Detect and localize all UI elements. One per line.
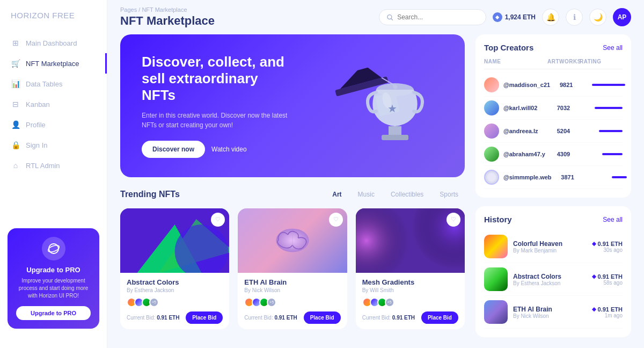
trending-header: Trending NFTs Art Music Collectibles Spo… — [120, 188, 465, 201]
history-image — [484, 267, 508, 291]
nft-avatar-more: +5 — [149, 298, 159, 307]
creator-avatar — [484, 147, 499, 162]
hero-text: Discover, collect, and sell extraordinar… — [142, 54, 293, 158]
creators-see-all[interactable]: See all — [603, 44, 623, 52]
trophy-icon: ★ — [357, 74, 433, 160]
nav-icon: ⊞ — [11, 38, 20, 48]
nft-info-3: Mesh Gradients By Will Smith +5 Current — [356, 273, 465, 329]
creator-avatar — [484, 77, 499, 92]
svg-line-3 — [391, 18, 393, 20]
favorite-button-2[interactable]: ♡ — [329, 213, 343, 227]
history-header: History See all — [484, 215, 623, 224]
sidebar-item-sign-in[interactable]: 🔒Sign In — [0, 135, 107, 155]
history-eth: ◆ 0.91 ETH — [592, 241, 623, 247]
upgrade-button[interactable]: Upgrade to PRO — [16, 306, 91, 320]
history-title: History — [484, 215, 512, 224]
nft-bid-2: Current Bid: 0.91 ETH — [244, 315, 297, 321]
rating-bar — [595, 107, 623, 109]
creator-rating — [580, 153, 623, 155]
creator-row: @abraham47.y 4309 — [484, 143, 623, 166]
tab-music[interactable]: Music — [352, 188, 381, 201]
tab-art[interactable]: Art — [326, 188, 348, 201]
place-bid-button-1[interactable]: Place Bid — [186, 311, 223, 324]
history-item: Colorful Heaven By Mark Benjamin ◆ 0.91 … — [484, 230, 623, 263]
history-see-all[interactable]: See all — [603, 216, 623, 223]
creator-artworks: 3871 — [552, 174, 584, 180]
creator-info: @simmmple.web — [484, 170, 552, 185]
nft-info-1: Abstract Colors By Esthera Jackson +5 C — [120, 273, 229, 329]
info-icon[interactable]: ℹ — [566, 9, 583, 26]
nft-name-2: ETH Al Brain — [244, 278, 340, 286]
filter-tabs: Art Music Collectibles Sports — [326, 188, 465, 201]
sidebar-item-label: Sign In — [26, 141, 47, 149]
bid-amount-3: 0.91 ETH — [392, 315, 415, 321]
page-title: NFT Marketplace — [120, 14, 215, 28]
tab-collectibles[interactable]: Collectibles — [384, 188, 430, 201]
content-main: Discover, collect, and sell extraordinar… — [120, 34, 475, 339]
creator-avatar — [484, 170, 499, 185]
place-bid-button-3[interactable]: Place Bid — [421, 311, 458, 324]
creator-name: @karl.will02 — [503, 105, 537, 111]
discover-button[interactable]: Discover now — [142, 141, 205, 158]
history-name: Abstract Colors — [513, 273, 587, 280]
sidebar-item-label: NFT Marketplace — [26, 60, 79, 68]
creator-artworks: 4309 — [547, 151, 580, 157]
favorite-button-1[interactable]: ♡ — [211, 213, 225, 227]
nft-avatars-1: +5 — [127, 298, 223, 307]
favorite-button-3[interactable]: ♡ — [447, 213, 460, 227]
creator-rating — [582, 84, 625, 86]
sidebar-item-rtl-admin[interactable]: ⌂RTL Admin — [0, 155, 107, 176]
notifications-icon[interactable]: 🔔 — [542, 9, 559, 26]
breadcrumb: Pages / NFT Marketplace — [120, 6, 215, 13]
hero-buttons: Discover now Watch video — [142, 141, 293, 158]
sidebar-item-data-tables[interactable]: 📊Data Tables — [0, 74, 107, 94]
search-box[interactable] — [379, 9, 486, 25]
history-time: 58s ago — [592, 280, 623, 286]
brain-svg — [274, 226, 311, 255]
place-bid-button-2[interactable]: Place Bid — [304, 311, 341, 324]
search-input[interactable] — [397, 13, 478, 21]
rating-bar — [592, 84, 625, 86]
nav-icon: 📊 — [11, 79, 20, 89]
sidebar-item-main-dashboard[interactable]: ⊞Main Dashboard — [0, 33, 107, 53]
creator-info: @maddison_c21 — [484, 77, 550, 92]
header-right: ◆ 1,924 ETH 🔔 ℹ 🌙 AP — [379, 8, 631, 26]
nav-icon: ⊟ — [11, 99, 20, 109]
sidebar-item-profile[interactable]: 👤Profile — [0, 114, 107, 135]
nft-name-3: Mesh Gradients — [362, 278, 458, 286]
history-author: By Esthera Jackson — [513, 280, 587, 286]
nav-icon: 🛒 — [11, 59, 20, 68]
history-image — [484, 235, 508, 258]
creator-artworks: 7032 — [547, 105, 580, 111]
nft-bid-3: Current Bid: 0.91 ETH — [362, 315, 415, 321]
eth-balance: ◆ 1,924 ETH — [493, 12, 536, 22]
nft-card-abstract-colors: ♡ Abstract Colors By Esthera Jackson +5 — [120, 208, 229, 329]
tab-sports[interactable]: Sports — [433, 188, 465, 201]
rating-bar — [612, 176, 627, 178]
nft-bid-1: Current Bid: 0.91 ETH — [127, 315, 179, 321]
creators-table-header: NAME ARTWORKS RATING — [484, 59, 623, 69]
search-icon — [387, 14, 393, 21]
nft-avatars-2: +5 — [244, 298, 340, 307]
sidebar-item-nft-marketplace[interactable]: 🛒NFT Marketplace — [0, 53, 107, 74]
rating-bar — [599, 130, 623, 132]
top-creators-title: Top Creators — [484, 43, 533, 52]
avatar[interactable]: AP — [613, 8, 631, 26]
history-time: 30s ago — [592, 247, 623, 253]
nft-author-3: By Will Smith — [362, 287, 458, 293]
hero-image: ★ — [293, 57, 443, 154]
watch-video-button[interactable]: Watch video — [211, 146, 247, 153]
history-info: ETH Al Brain By Nick Wilson — [513, 306, 587, 319]
history-eth: ◆ 0.91 ETH — [592, 306, 623, 313]
right-panel: Top Creators See all NAME ARTWORKS RATIN… — [475, 34, 631, 339]
sidebar-item-kanban[interactable]: ⊟Kanban — [0, 94, 107, 114]
creator-name: @maddison_c21 — [503, 82, 550, 88]
top-creators-card: Top Creators See all NAME ARTWORKS RATIN… — [475, 34, 631, 198]
bid-amount-1: 0.91 ETH — [157, 315, 179, 321]
upgrade-description: Improve your development process and sta… — [16, 277, 91, 300]
creator-row: @andreea.lz 5204 — [484, 120, 623, 143]
nft-avatar-more: +5 — [385, 298, 394, 307]
creator-avatar — [484, 124, 499, 139]
upgrade-card: Upgrade to PRO Improve your development … — [8, 228, 99, 329]
theme-toggle[interactable]: 🌙 — [589, 9, 606, 26]
